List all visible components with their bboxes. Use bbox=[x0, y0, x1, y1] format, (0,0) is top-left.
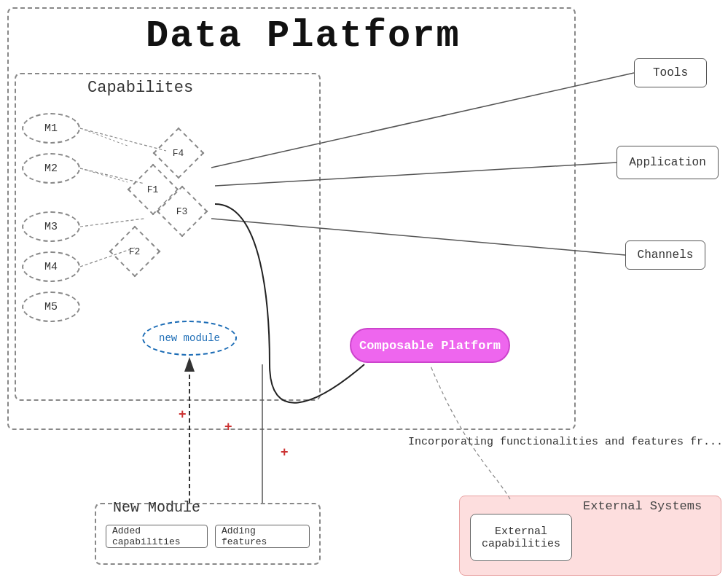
module-m5: M5 bbox=[22, 292, 80, 322]
plus-sign-3: + bbox=[281, 445, 289, 460]
application-box: Application bbox=[617, 146, 719, 179]
module-m1: M1 bbox=[22, 113, 80, 144]
added-capabilities-box: Added capabilities bbox=[106, 525, 208, 548]
tools-box: Tools bbox=[634, 58, 707, 87]
channels-box: Channels bbox=[625, 240, 705, 270]
external-systems-label: External Systems bbox=[583, 499, 702, 513]
capabilities-label: Capabilites bbox=[87, 79, 193, 97]
module-m4: M4 bbox=[22, 251, 80, 282]
page-title: Data Platform bbox=[146, 15, 461, 58]
composable-platform: Composable Platform bbox=[350, 328, 510, 363]
plus-sign-1: + bbox=[179, 407, 187, 422]
incorporating-text: Incorporating functionalities and featur… bbox=[408, 436, 723, 448]
adding-features-box: Adding features bbox=[215, 525, 310, 548]
main-container: Data Platform Capabilites M1 M2 M3 M4 M5… bbox=[0, 0, 728, 583]
external-cap-text: Externalcapabilities bbox=[482, 525, 560, 550]
new-module-section-label: New Module bbox=[113, 499, 200, 516]
plus-sign-2: + bbox=[224, 419, 232, 434]
module-m2: M2 bbox=[22, 153, 80, 184]
module-m3: M3 bbox=[22, 211, 80, 242]
external-capabilities-box: Externalcapabilities bbox=[470, 514, 572, 561]
new-module-ellipse: new module bbox=[142, 321, 237, 356]
